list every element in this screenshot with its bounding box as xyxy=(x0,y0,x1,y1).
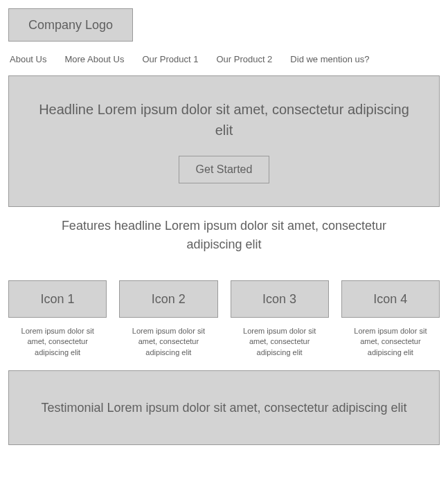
feature-icon-2: Icon 2 xyxy=(119,280,217,318)
hero-section: Headline Lorem ipsum dolor sit amet, con… xyxy=(8,75,440,207)
testimonial-section: Testimonial Lorem ipsum dolor sit amet, … xyxy=(8,370,440,445)
nav-did-we-mention-us[interactable]: Did we mention us? xyxy=(290,54,369,64)
feature-icon-4: Icon 4 xyxy=(341,280,440,318)
feature-4: Icon 4 Lorem ipsum dolor sit amet, conse… xyxy=(341,280,440,358)
feature-1-desc: Lorem ipsum dolor sit amet, consectetur … xyxy=(8,326,107,358)
nav-our-product-2[interactable]: Our Product 2 xyxy=(216,54,272,64)
features-headline: Features headline Lorem ipsum dolor sit … xyxy=(8,217,440,254)
feature-icon-2-label: Icon 2 xyxy=(152,292,186,307)
feature-2: Icon 2 Lorem ipsum dolor sit amet, conse… xyxy=(119,280,217,358)
features-row: Icon 1 Lorem ipsum dolor sit amet, conse… xyxy=(8,280,440,358)
feature-1: Icon 1 Lorem ipsum dolor sit amet, conse… xyxy=(8,280,107,358)
feature-icon-3: Icon 3 xyxy=(231,280,329,318)
main-nav: About Us More About Us Our Product 1 Our… xyxy=(8,54,440,64)
testimonial-text: Testimonial Lorem ipsum dolor sit amet, … xyxy=(41,399,406,417)
nav-about-us[interactable]: About Us xyxy=(10,54,46,64)
feature-icon-3-label: Icon 3 xyxy=(262,292,296,307)
feature-icon-4-label: Icon 4 xyxy=(373,292,407,307)
company-logo: Company Logo xyxy=(8,8,133,42)
get-started-button[interactable]: Get Started xyxy=(179,156,270,183)
logo-text: Company Logo xyxy=(28,18,113,33)
nav-more-about-us[interactable]: More About Us xyxy=(64,54,124,64)
feature-icon-1-label: Icon 1 xyxy=(41,292,75,307)
hero-headline: Headline Lorem ipsum dolor sit amet, con… xyxy=(37,99,411,141)
feature-4-desc: Lorem ipsum dolor sit amet, consectetur … xyxy=(341,326,440,358)
feature-3-desc: Lorem ipsum dolor sit amet, consectetur … xyxy=(231,326,329,358)
feature-icon-1: Icon 1 xyxy=(8,280,107,318)
feature-3: Icon 3 Lorem ipsum dolor sit amet, conse… xyxy=(231,280,329,358)
feature-2-desc: Lorem ipsum dolor sit amet, consectetur … xyxy=(119,326,217,358)
nav-our-product-1[interactable]: Our Product 1 xyxy=(142,54,198,64)
